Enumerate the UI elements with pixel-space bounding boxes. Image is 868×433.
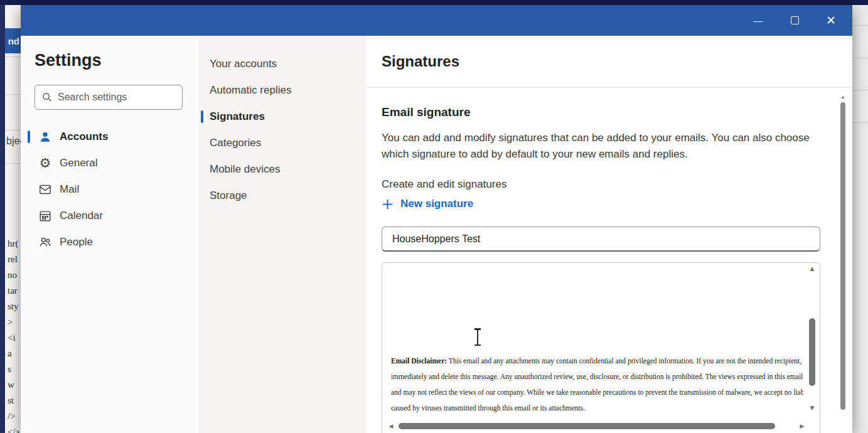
sidebar-item-calendar[interactable]: Calendar [21,203,199,229]
disclaimer-text: This email and any attachments may conta… [447,357,803,365]
divider [5,94,21,95]
subnav-item-label: Storage [210,190,247,202]
scroll-down-icon[interactable]: ▼ [807,405,817,411]
editor-vertical-scrollbar[interactable]: ▲ ▼ [807,265,817,411]
subject-field-fragment: bjec [6,136,21,147]
sidebar-item-label: General [60,157,97,169]
minimize-icon: — [754,15,763,26]
background-window-right-edge [852,5,868,433]
disclaimer-line: Email Disclaimer: This email and any att… [391,353,803,369]
subnav-item-your-accounts[interactable]: Your accounts [199,51,366,77]
screen: nd bjec hr( rel no tar sty > <i a s w st… [0,0,868,433]
divider [852,25,868,26]
subnav-item-categories[interactable]: Categories [199,130,366,156]
signature-body: Email Disclaimer: This email and any att… [391,353,803,416]
divider [366,87,852,88]
panel-scrollbar-thumb[interactable] [840,102,845,410]
search-icon [41,92,53,103]
search-settings-input[interactable] [58,92,188,103]
editor-horizontal-scrollbar[interactable]: ◀ ▶ [385,421,807,431]
subnav-item-label: Mobile devices [210,163,280,176]
people-icon [38,235,53,250]
new-signature-label: New signature [400,198,473,210]
minimize-button[interactable]: — [740,5,776,36]
sidebar-item-people[interactable]: People [21,229,199,255]
section-title: Email signature [382,105,471,119]
scroll-right-icon[interactable]: ▶ [797,423,807,429]
close-icon: ✕ [826,13,836,28]
divider [5,56,21,57]
signature-editor[interactable]: Email Disclaimer: This email and any att… [382,262,820,433]
divider [852,58,868,58]
selection-indicator [28,131,30,143]
subnav-item-label: Your accounts [210,58,277,70]
sidebar-item-label: Calendar [60,210,103,222]
disclaimer-line: caused by viruses transmitted through th… [391,400,803,416]
disclaimer-line: and may not reflect the views of our com… [391,385,803,400]
sidebar-item-mail[interactable]: Mail [21,176,199,203]
new-signature-button[interactable]: New signature [382,198,473,210]
text-cursor-icon [477,328,478,346]
subnav-item-automatic-replies[interactable]: Automatic replies [199,77,366,104]
window-controls: — ✕ [740,5,849,36]
send-button-fragment[interactable]: nd [5,28,21,53]
sidebar-item-label: Accounts [60,131,108,143]
maximize-button[interactable] [776,5,813,36]
accounts-subnav: Your accounts Automatic replies Signatur… [199,36,366,433]
dialog-titlebar: — ✕ [21,5,852,36]
selection-indicator [201,110,203,123]
settings-dialog: — ✕ Settings [21,5,852,433]
sidebar-item-general[interactable]: ⚙ General [21,150,199,176]
calendar-icon [38,208,53,223]
html-code-fragment: hr( rel no tar sty > <i a s w st /> </a [8,236,19,433]
close-button[interactable]: ✕ [813,5,849,36]
sidebar-nav: Accounts ⚙ General Mail [21,124,199,255]
settings-title: Settings [35,51,102,70]
divider [852,90,868,90]
divider [852,122,868,123]
scroll-left-icon[interactable]: ◀ [386,423,396,429]
subnav-item-label: Categories [210,137,261,149]
gear-icon: ⚙ [38,156,53,171]
editor-hscroll-thumb[interactable] [399,423,775,429]
scroll-up-icon[interactable]: ▲ [807,265,817,272]
maximize-icon [791,16,799,24]
subnav-item-storage[interactable]: Storage [199,183,366,209]
sidebar-item-label: Mail [60,183,79,196]
sidebar-item-accounts[interactable]: Accounts [21,124,199,150]
background-top-strip [0,0,868,5]
person-icon [38,129,53,144]
divider [5,163,21,164]
editor-vscroll-thumb[interactable] [809,318,815,386]
background-left-rail [0,5,5,433]
signature-name-input[interactable] [382,227,820,252]
subnav-item-signatures[interactable]: Signatures [199,104,366,130]
mail-icon [38,182,53,197]
subnav-item-label: Signatures [210,110,265,123]
subnav-item-mobile-devices[interactable]: Mobile devices [199,156,366,183]
disclaimer-bold: Email Disclaimer: [391,357,447,365]
sidebar-item-label: People [60,236,93,249]
subnav-item-label: Automatic replies [210,84,291,97]
panel-scroll-up-icon[interactable]: ▲ [839,94,847,100]
section-description: You can add and modify signatures that c… [382,130,815,163]
disclaimer-line: immediately and delete this message. Any… [391,369,803,385]
background-window-left-edge: nd bjec hr( rel no tar sty > <i a s w st… [5,5,21,433]
create-edit-label: Create and edit signatures [382,178,506,191]
settings-sidebar: Settings Accounts [21,36,199,433]
signatures-panel: Signatures ▲ Email signature You can add… [366,36,852,433]
divider [5,130,21,131]
plus-icon [382,198,394,210]
search-settings-box[interactable] [35,85,183,110]
page-title: Signatures [382,53,459,70]
